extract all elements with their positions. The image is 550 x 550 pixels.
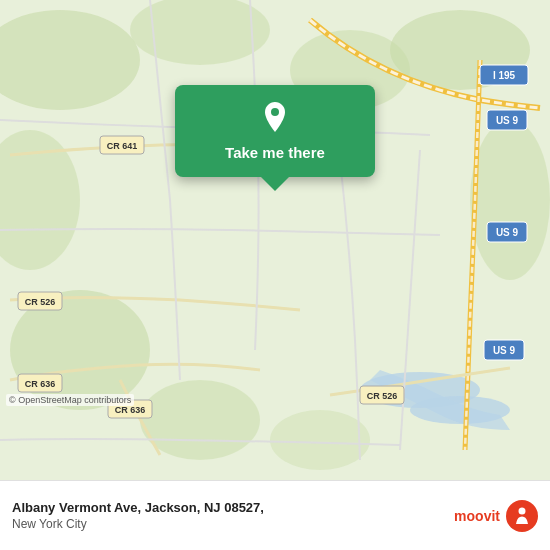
osm-attribution: © OpenStreetMap contributors — [6, 394, 134, 406]
svg-point-9 — [470, 120, 550, 280]
svg-text:CR 526: CR 526 — [25, 297, 56, 307]
address-block: Albany Vermont Ave, Jackson, NJ 08527, N… — [12, 500, 264, 531]
svg-text:CR 526: CR 526 — [367, 391, 398, 401]
moovit-text: moovit — [454, 508, 500, 524]
svg-text:US 9: US 9 — [493, 345, 516, 356]
take-me-there-label: Take me there — [225, 143, 325, 163]
svg-point-31 — [519, 507, 526, 514]
svg-text:I 195: I 195 — [493, 70, 516, 81]
svg-text:CR 636: CR 636 — [115, 405, 146, 415]
address-line: Albany Vermont Ave, Jackson, NJ 08527, — [12, 500, 264, 515]
moovit-icon — [506, 500, 538, 532]
map-container: I 195 US 9 US 9 US 9 CR 641 CR 526 CR 63… — [0, 0, 550, 480]
osm-attribution-text: © OpenStreetMap contributors — [9, 395, 131, 405]
moovit-logo[interactable]: moovit — [454, 500, 538, 532]
map-svg: I 195 US 9 US 9 US 9 CR 641 CR 526 CR 63… — [0, 0, 550, 480]
location-pin-icon — [257, 99, 293, 135]
svg-text:CR 641: CR 641 — [107, 141, 138, 151]
svg-point-11 — [270, 410, 370, 470]
svg-text:US 9: US 9 — [496, 115, 519, 126]
city-line: New York City — [12, 517, 264, 531]
popup-card[interactable]: Take me there — [175, 85, 375, 177]
svg-text:CR 636: CR 636 — [25, 379, 56, 389]
bottom-bar: Albany Vermont Ave, Jackson, NJ 08527, N… — [0, 480, 550, 550]
svg-text:US 9: US 9 — [496, 227, 519, 238]
svg-point-30 — [271, 108, 279, 116]
svg-point-10 — [140, 380, 260, 460]
